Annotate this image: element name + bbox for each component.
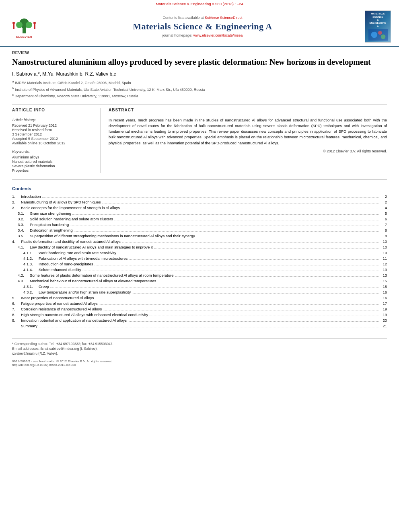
abstract-header: ABSTRACT [109, 108, 387, 114]
history-accepted: Accepted 5 September 2012 [12, 137, 94, 141]
abstract-column: ABSTRACT In recent years, much progress … [109, 108, 387, 173]
article-title: Nanostructured aluminium alloys produced… [12, 57, 387, 67]
authors: I. Sabirov a,*, M.Yu. Murashkin b, R.Z. … [12, 71, 387, 77]
toc-item-4-1-4: 4.1.4. Solute enhanced ductility 13 [12, 267, 387, 272]
homepage-link[interactable]: www.elsevier.com/locate/msea [193, 33, 243, 37]
svg-rect-5 [13, 24, 14, 29]
toc-item-4-1-1: 4.1.1. Work hardening rate and strain ra… [12, 251, 387, 255]
toc-item-4-2: 4.2. Some features of plastic deformatio… [12, 273, 387, 278]
toc-item-3-2: 3.2. Solid solution hardening and solute… [12, 217, 387, 222]
email-note: E-mail addresses: ilchat.sabirov@imdea.o… [12, 347, 387, 351]
keyword-1: Aluminium alloys [12, 155, 94, 159]
toc-item-2: 2. Nanostructuring of Al alloys by SPD t… [12, 200, 387, 205]
toc-item-5: 5. Wear properties of nanostructured Al … [12, 296, 387, 300]
toc-item-1: 1. Introduction 2 [12, 194, 387, 199]
journal-reference: Materials Science & Engineering A 560 (2… [156, 2, 243, 6]
history-received: Received 21 February 2012 [12, 123, 94, 127]
toc-item-4-1-3: 4.1.3. Introduction of nano-precipitates… [12, 262, 387, 267]
toc-item-4-3: 4.3. Mechanical behaviour of nanostructu… [12, 279, 387, 283]
section-label: Review [12, 51, 387, 55]
keyword-4: Properties [12, 168, 94, 173]
toc-item-4-1: 4.1. Low ductility of nanostructured Al … [12, 245, 387, 250]
svg-rect-7 [34, 24, 35, 29]
keywords-label: Keywords: [12, 149, 94, 154]
svg-point-4 [26, 22, 32, 28]
sciverse-link[interactable]: SciVerse ScienceDirect [205, 16, 243, 20]
main-content: Review Nanostructured aluminium alloys p… [0, 47, 399, 375]
affiliations: a IMDEA Materials Institute, C/Eric Kand… [12, 79, 387, 99]
affiliation-a: a IMDEA Materials Institute, C/Eric Kand… [12, 79, 387, 86]
svg-point-6 [12, 22, 15, 24]
keyword-3: Severe plastic deformation [12, 164, 94, 168]
toc-item-4-1-2: 4.1.2. Fabrication of Al alloys with bi-… [12, 256, 387, 261]
contents-section: Contents 1. Introduction 2 2. Nanostruct… [12, 186, 387, 329]
keyword-2: Nanostructured materials [12, 160, 94, 164]
history-online: Available online 10 October 2012 [12, 141, 94, 145]
article-info-abstract: ARTICLE INFO Article history: Received 2… [12, 108, 387, 173]
journal-center: Contents lists available at SciVerse Sci… [40, 16, 365, 37]
toc-item-4-3-2: 4.3.2. Low temperature and/or high strai… [12, 290, 387, 295]
keywords-section: Keywords: Aluminium alloys Nanostructure… [12, 149, 94, 173]
article-info-header: ARTICLE INFO [12, 108, 94, 114]
toc-item-6: 6. Fatigue properties of nanostructured … [12, 301, 387, 306]
copyright: © 2012 Elsevier B.V. All rights reserved… [109, 149, 387, 153]
svg-text:ELSEVIER: ELSEVIER [16, 35, 32, 39]
contents-title: Contents [12, 186, 387, 191]
elsevier-logo: ELSEVIER [8, 12, 40, 41]
history-revised-label: Received in revised form [12, 128, 94, 132]
svg-point-11 [371, 32, 377, 38]
toc-item-3-3: 3.3. Precipitation hardening 7 [12, 222, 387, 227]
toc-item-4: 4. Plastic deformation and ductility of … [12, 239, 387, 244]
contents-available-line: Contents lists available at SciVerse Sci… [40, 16, 365, 20]
abstract-text: In recent years, much progress has been … [109, 117, 387, 146]
affiliation-b: b Institute of Physics of Advanced Mater… [12, 86, 387, 93]
toc-item-9: 9. Innovation potential and application … [12, 318, 387, 323]
svg-point-3 [16, 22, 23, 28]
toc-item-summary: Summary 21 [12, 324, 387, 329]
svg-point-8 [33, 22, 36, 24]
history-label: Article history: [12, 117, 94, 122]
history-revised-date: 3 September 2012 [12, 132, 94, 136]
affiliation-c: c Department of Chemistry, Moscow State … [12, 92, 387, 99]
email-note-2: rzvaliev@mail.ru (R.Z. Valiev). [12, 351, 387, 355]
svg-point-13 [380, 35, 385, 39]
toc-item-4-3-1: 4.3.1. Creep 15 [12, 284, 387, 289]
journal-header: ELSEVIER Contents lists available at Sci… [0, 7, 399, 47]
toc-item-3-1: 3.1. Grain size strengthening 5 [12, 211, 387, 216]
divider-2 [12, 179, 387, 180]
toc-item-7: 7. Corrosion resistance of nanostructure… [12, 307, 387, 312]
journal-cover-image: MATERIALSSCIENCE&ENGINEERINGA [365, 10, 391, 43]
divider-1 [12, 104, 387, 105]
toc-item-8: 8. High strength nanostructured Al alloy… [12, 312, 387, 317]
footer: * Corresponding author. Tel.: +34 697102… [12, 338, 387, 367]
issn-line: 0921-5093/$ - see front matter © 2012 El… [12, 359, 387, 367]
homepage-line: journal homepage: www.elsevier.com/locat… [40, 33, 365, 37]
toc-item-3: 3. Basic concepts for the improvement of… [12, 205, 387, 210]
toc-item-3-4: 3.4. Dislocation strengthening 8 [12, 228, 387, 233]
journal-title: Materials Science & Engineering A [40, 21, 365, 32]
toc-item-3-5: 3.5. Superposition of different strength… [12, 234, 387, 238]
svg-point-12 [378, 31, 382, 35]
corresponding-note: * Corresponding author. Tel.: +34 697102… [12, 342, 387, 346]
article-info-column: ARTICLE INFO Article history: Received 2… [12, 108, 101, 173]
